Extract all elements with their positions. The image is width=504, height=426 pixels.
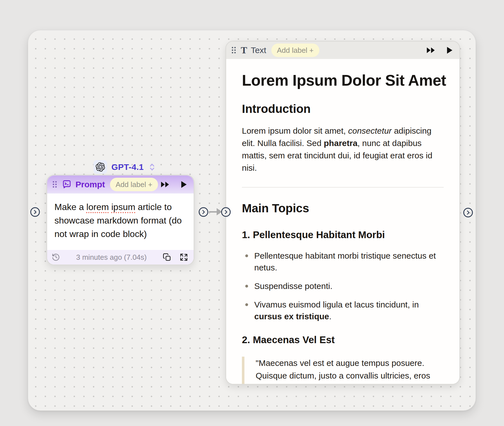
openai-logo-chip: [93, 160, 107, 174]
app-background: { "canvas": { "model_selector": { "model…: [0, 0, 504, 426]
add-label-button[interactable]: Add label +: [110, 178, 158, 191]
text-node-header[interactable]: T Text Add label +: [226, 42, 459, 59]
run-all-downstream-icon[interactable]: [161, 181, 170, 188]
md-h2-main-topics: Main Topics: [242, 201, 444, 216]
add-label-button[interactable]: Add label +: [271, 44, 319, 57]
prompt-node[interactable]: Prompt Add label + Make a lorem ipsum ar…: [46, 175, 194, 265]
md-blockquote: "Maecenas vel est et augue tempus posuer…: [242, 357, 444, 384]
md-intro-paragraph: Lorem ipsum dolor sit amet, consectetur …: [242, 125, 444, 174]
prompt-output-port[interactable]: [199, 207, 208, 217]
run-all-downstream-icon[interactable]: [426, 47, 436, 54]
openai-logo-icon: [96, 162, 105, 172]
md-bullet-list: Pellentesque habitant morbi tristique se…: [242, 250, 444, 322]
run-node-icon[interactable]: [181, 181, 187, 188]
drag-handle-icon[interactable]: [232, 47, 236, 54]
md-h2-introduction: Introduction: [242, 102, 444, 116]
text-node-title: Text: [251, 45, 266, 55]
drag-handle-icon[interactable]: [53, 181, 57, 188]
connection-arrow[interactable]: [209, 208, 222, 216]
prompt-node-title: Prompt: [75, 180, 105, 189]
md-h1: Lorem Ipsum Dolor Sit Amet: [242, 71, 444, 90]
list-item: Suspendisse potenti.: [242, 280, 444, 292]
list-item: Vivamus euismod ligula et lacus tincidun…: [242, 299, 444, 322]
markdown-output[interactable]: Lorem Ipsum Dolor Sit Amet Introduction …: [226, 59, 459, 384]
md-h3-topic1: 1. Pellentesque Habitant Morbi: [242, 229, 444, 241]
copy-output-icon[interactable]: [163, 253, 171, 261]
text-input-port[interactable]: [221, 207, 231, 217]
prompt-node-footer: 3 minutes ago (7.04s): [47, 250, 194, 265]
md-divider: [242, 187, 444, 188]
prompt-text: Make a: [54, 202, 86, 212]
text-node[interactable]: T Text Add label + Lorem Ipsum Dolor Sit…: [225, 41, 460, 385]
prompt-bubble-icon: [62, 179, 72, 190]
misspelled-word: ipsum: [111, 202, 135, 212]
model-name-label[interactable]: GPT-4.1: [111, 162, 144, 172]
prompt-input-port[interactable]: [30, 207, 40, 217]
model-switch-chevrons-icon[interactable]: [148, 162, 156, 172]
model-selector[interactable]: GPT-4.1: [93, 160, 156, 174]
last-run-timestamp: 3 minutes ago (7.04s): [60, 253, 163, 262]
node-canvas[interactable]: GPT-4.1 Prompt Add label +: [28, 30, 476, 411]
prompt-node-header[interactable]: Prompt Add label +: [47, 176, 194, 193]
history-icon[interactable]: [52, 253, 60, 261]
misspelled-word: lorem: [86, 202, 109, 212]
text-output-port[interactable]: [463, 208, 473, 217]
prompt-text-editor[interactable]: Make a lorem ipsum article to showcase m…: [47, 193, 194, 250]
text-type-icon: T: [241, 45, 247, 55]
list-item: Pellentesque habitant morbi tristique se…: [242, 250, 444, 274]
expand-node-icon[interactable]: [180, 253, 188, 261]
md-h3-topic2: 2. Maecenas Vel Est: [242, 334, 444, 346]
run-node-icon[interactable]: [446, 47, 453, 54]
